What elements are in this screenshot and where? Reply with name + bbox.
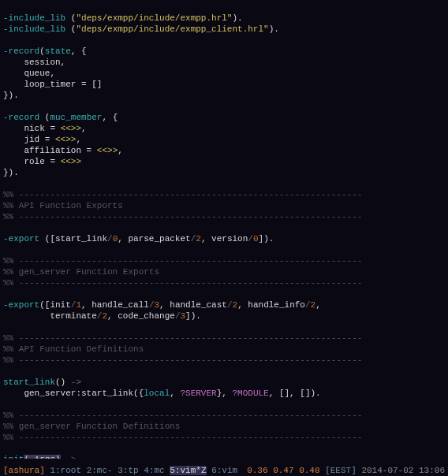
comment-sep: %% -------------------------------------…	[3, 278, 362, 288]
tmux-statusbar: [ashura] 1:root 2:mc- 3:tp 4:mc 5:vim*Z …	[0, 465, 448, 476]
tmux-loadavg: 0.36 0.47 0.48	[247, 466, 319, 475]
tmux-window-3[interactable]: 3:tp	[118, 466, 138, 475]
comment-sep: %% -------------------------------------…	[3, 256, 362, 266]
tmux-window-4[interactable]: 4:mc	[144, 466, 164, 475]
comment-header: %% API Function Exports	[3, 201, 123, 210]
string: "deps/exmpp/include/exmpp.hrl"	[76, 13, 232, 23]
comment-header: %% gen_server Function Definitions	[3, 422, 180, 431]
comment-sep: %% -------------------------------------…	[3, 433, 362, 442]
comment-sep: %% -------------------------------------…	[3, 190, 362, 199]
directive: -record	[3, 46, 39, 56]
comment-header: %% gen_server Function Exports	[3, 267, 159, 277]
directive: -include_lib	[3, 24, 71, 34]
tmux-hostname: [ashura]	[3, 466, 45, 475]
directive: -include_lib	[3, 13, 71, 23]
tmux-window-1[interactable]: 1:root	[50, 466, 81, 475]
tmux-timezone: [EEST]	[325, 466, 357, 475]
comment-header: %% API Function Definitions	[3, 344, 144, 354]
tmux-window-6[interactable]: 6:vim	[211, 466, 237, 475]
directive: -record	[3, 113, 45, 122]
string: "deps/exmpp/include/exmpp_client.hrl"	[76, 24, 268, 34]
comment-sep: %% -------------------------------------…	[3, 355, 362, 365]
comment-sep: %% -------------------------------------…	[3, 212, 362, 221]
comment-sep: %% -------------------------------------…	[3, 411, 362, 420]
code-editor[interactable]: -include_lib ("deps/exmpp/include/exmpp.…	[0, 0, 448, 459]
tmux-window-active[interactable]: 5:vim*Z	[170, 466, 206, 475]
tmux-window-2[interactable]: 2:mc-	[87, 466, 113, 475]
tmux-datetime: 2014-07-02 13:06	[361, 466, 445, 475]
comment-sep: %% -------------------------------------…	[3, 333, 362, 343]
